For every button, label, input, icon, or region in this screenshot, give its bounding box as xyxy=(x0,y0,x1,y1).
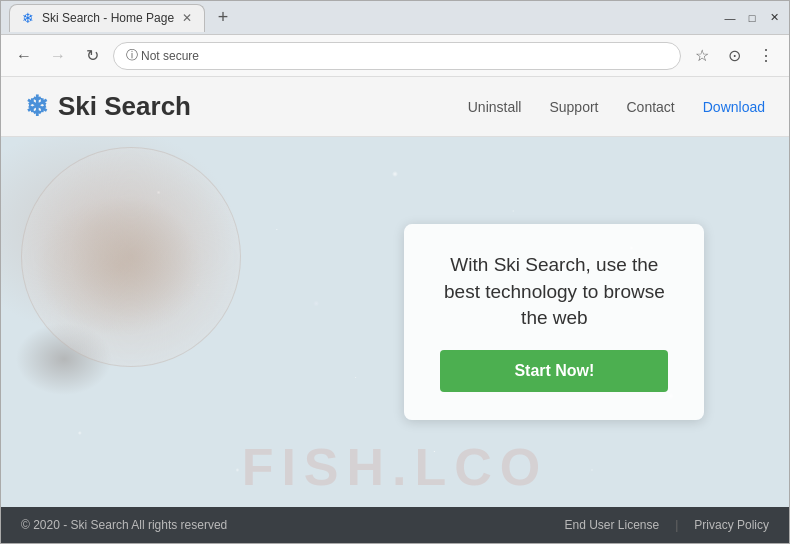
close-button[interactable]: ✕ xyxy=(767,11,781,25)
cta-title: With Ski Search, use the best technology… xyxy=(440,252,668,332)
title-bar: ❄ Ski Search - Home Page ✕ + — □ ✕ xyxy=(1,1,789,35)
nav-contact[interactable]: Contact xyxy=(626,99,674,115)
minimize-button[interactable]: — xyxy=(723,11,737,25)
footer-eula-link[interactable]: End User License xyxy=(564,518,659,532)
new-tab-button[interactable]: + xyxy=(209,4,237,32)
browser-window: ❄ Ski Search - Home Page ✕ + — □ ✕ ← → ↻… xyxy=(0,0,790,544)
address-bar: ← → ↻ ⓘ Not secure ☆ ⊙ ⋮ xyxy=(1,35,789,77)
maximize-button[interactable]: □ xyxy=(745,11,759,25)
browser-tab[interactable]: ❄ Ski Search - Home Page ✕ xyxy=(9,4,205,32)
account-icon[interactable]: ⊙ xyxy=(721,43,747,69)
security-indicator: ⓘ Not secure xyxy=(126,47,199,64)
footer-divider: | xyxy=(675,518,678,532)
menu-icon[interactable]: ⋮ xyxy=(753,43,779,69)
window-controls: — □ ✕ xyxy=(723,11,781,25)
site-header: ❄ Ski Search Uninstall Support Contact D… xyxy=(1,77,789,137)
site-logo: ❄ Ski Search xyxy=(25,90,191,123)
forward-button[interactable]: → xyxy=(45,43,71,69)
hero-section: With Ski Search, use the best technology… xyxy=(1,137,789,507)
tab-favicon-icon: ❄ xyxy=(22,10,34,26)
logo-text: Ski Search xyxy=(58,91,191,122)
tab-close-icon[interactable]: ✕ xyxy=(182,11,192,25)
bookmark-icon[interactable]: ☆ xyxy=(689,43,715,69)
snow-circle xyxy=(21,147,241,367)
security-label: Not secure xyxy=(141,49,199,63)
address-actions: ☆ ⊙ ⋮ xyxy=(689,43,779,69)
nav-uninstall[interactable]: Uninstall xyxy=(468,99,522,115)
nav-support[interactable]: Support xyxy=(549,99,598,115)
logo-icon: ❄ xyxy=(25,90,48,123)
footer-privacy-link[interactable]: Privacy Policy xyxy=(694,518,769,532)
reload-button[interactable]: ↻ xyxy=(79,43,105,69)
footer-links: End User License | Privacy Policy xyxy=(564,518,769,532)
address-input[interactable]: ⓘ Not secure xyxy=(113,42,681,70)
start-now-button[interactable]: Start Now! xyxy=(440,350,668,392)
site-footer: © 2020 - Ski Search All rights reserved … xyxy=(1,507,789,543)
site-nav: Uninstall Support Contact Download xyxy=(468,99,765,115)
nav-download[interactable]: Download xyxy=(703,99,765,115)
security-icon: ⓘ xyxy=(126,47,138,64)
page-content: ❄ Ski Search Uninstall Support Contact D… xyxy=(1,77,789,543)
tab-title: Ski Search - Home Page xyxy=(42,11,174,25)
back-button[interactable]: ← xyxy=(11,43,37,69)
cta-box: With Ski Search, use the best technology… xyxy=(404,224,704,420)
copyright-text: © 2020 - Ski Search All rights reserved xyxy=(21,518,227,532)
